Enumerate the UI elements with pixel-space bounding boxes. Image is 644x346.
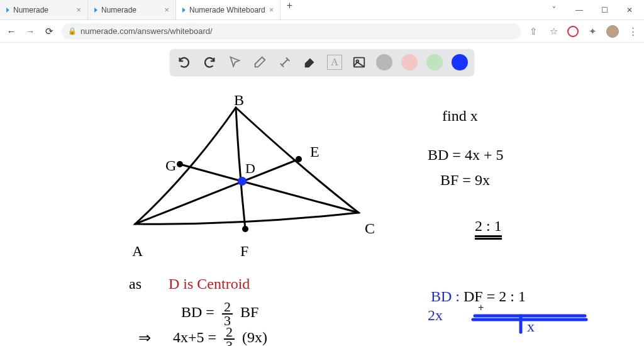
label-e: E [310,143,319,160]
close-icon[interactable]: × [269,5,274,14]
forward-button[interactable]: → [24,26,36,36]
svg-point-4 [242,226,248,232]
label-g: G [165,157,176,174]
numerade-icon [6,8,9,13]
tab-whiteboard[interactable]: Numerade Whiteboard × [176,0,280,20]
label-a: A [132,243,143,260]
text-ratio: 2 : 1 [475,218,502,240]
text-x: x [527,318,535,335]
close-icon[interactable]: × [76,5,81,14]
text-as: as [129,276,142,293]
ratio-underline [428,307,591,345]
text-equation: 4x+5 = 23 (9x) [173,326,267,346]
back-button[interactable]: ← [5,26,18,36]
tab-strip: Numerade × Numerade × Numerade Whiteboar… [0,0,542,20]
avatar[interactable] [606,25,619,38]
share-icon[interactable]: ⇧ [527,26,540,37]
svg-point-2 [177,161,183,167]
close-icon[interactable]: × [164,5,169,14]
text-centroid: D is Centroid [169,276,250,293]
lock-icon: 🔒 [68,27,77,35]
extensions-icon[interactable]: ✦ [586,26,599,37]
text-bd-bf: BD = 23 BF [181,301,258,327]
chevron-down-icon[interactable]: ˅ [542,1,566,19]
numerade-icon [182,8,186,13]
label-c: C [365,220,375,237]
label-f: F [240,243,248,260]
text-find-x: find x [442,108,478,125]
new-tab-button[interactable]: + [280,0,298,20]
tab-label: Numerade [101,6,136,14]
text-implies: ⇒ [138,329,151,346]
tab-label: Numerade Whiteboard [189,6,265,14]
menu-icon[interactable]: ⋮ [626,26,639,37]
tab-label: Numerade [13,6,48,14]
label-d: D [245,160,255,177]
tab-numerade-1[interactable]: Numerade × [0,0,88,20]
browser-navbar: ← → ⟳ 🔒 numerade.com/answers/whiteboard/… [0,20,644,43]
maximize-button[interactable]: ☐ [592,1,616,19]
window-titlebar: Numerade × Numerade × Numerade Whiteboar… [0,0,644,20]
text-2x: 2x [428,307,443,324]
navbar-right: ⇧ ☆ ✦ ⋮ [527,25,639,38]
tab-numerade-2[interactable]: Numerade × [88,0,176,20]
star-icon[interactable]: ☆ [547,26,560,37]
address-bar[interactable]: 🔒 numerade.com/answers/whiteboard/ [62,23,521,40]
text-bf-eq: BF = 9x [440,172,490,189]
svg-point-3 [296,156,302,162]
triangle-figure [0,81,390,282]
url-text: numerade.com/answers/whiteboard/ [80,26,213,36]
minimize-button[interactable]: — [567,1,591,19]
numerade-icon [94,8,97,13]
whiteboard-canvas[interactable]: A B C D E F G find x BD = 4x + 5 BF = 9x… [0,43,644,346]
opera-icon[interactable] [567,26,579,37]
text-bd-eq: BD = 4x + 5 [428,147,503,164]
close-button[interactable]: ✕ [618,1,641,19]
cursor-crosshair: + [478,302,484,313]
label-b: B [234,92,244,109]
reload-button[interactable]: ⟳ [43,26,55,37]
page-content: A A B C [0,43,644,346]
svg-point-5 [238,177,247,186]
window-controls: ˅ — ☐ ✕ [542,1,644,19]
